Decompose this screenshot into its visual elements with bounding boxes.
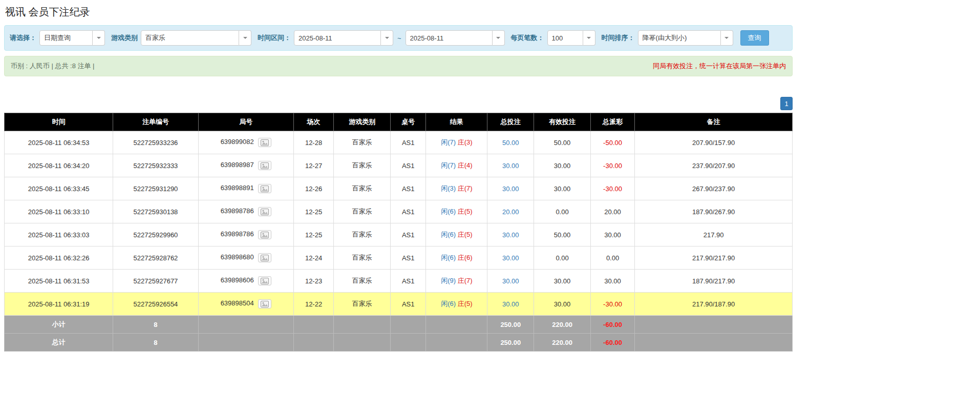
table-row: 2025-08-11 06:33:45522725931290639898891… — [5, 177, 793, 200]
date-to-select — [406, 30, 505, 46]
date-to-input[interactable] — [406, 30, 493, 46]
result-cell: 闲(3) 庄(7) — [426, 177, 487, 200]
bet-id-cell: 522725932333 — [113, 154, 198, 177]
round-detail-icon[interactable] — [258, 253, 271, 262]
bet-id-cell: 522725930138 — [113, 200, 198, 223]
total-bet-link[interactable]: 30.00 — [502, 254, 519, 262]
round-cell: 639898504 — [198, 293, 293, 316]
result-player: 闲(3) — [441, 184, 456, 192]
result-player: 闲(9) — [441, 277, 456, 284]
page-size-input[interactable] — [547, 30, 583, 46]
round-detail-icon[interactable] — [258, 230, 271, 239]
table-header: 时间注单编号局号场次游戏类别桌号结果总投注有效投注总派彩备注 — [5, 113, 793, 131]
date-from-input[interactable] — [294, 30, 381, 46]
footer-valid-bet-cell: 220.00 — [534, 334, 591, 352]
valid-bet-cell: 30.00 — [534, 270, 591, 293]
total-bet-link[interactable]: 30.00 — [502, 162, 519, 170]
footer-remark-cell — [635, 316, 793, 334]
game-type-cell: 百家乐 — [334, 246, 391, 270]
table-no-cell: AS1 — [391, 223, 426, 246]
time-cell: 2025-08-11 06:34:53 — [5, 131, 113, 154]
table-row: 2025-08-11 06:34:53522725933236639899082… — [5, 131, 793, 154]
remark-cell: 217.90/217.90 — [635, 246, 793, 270]
col-header-payout: 总派彩 — [590, 113, 634, 131]
sort-dropdown-button[interactable] — [721, 30, 733, 46]
page-button-1[interactable]: 1 — [780, 97, 793, 110]
round-detail-icon[interactable] — [258, 207, 271, 216]
valid-bet-cell: 30.00 — [534, 177, 591, 200]
table-no-cell: AS1 — [391, 177, 426, 200]
chevron-down-icon — [587, 37, 591, 39]
round-cell: 639898786 — [198, 200, 293, 223]
total-bet-cell: 30.00 — [487, 293, 534, 316]
total-bet-link[interactable]: 30.00 — [502, 185, 519, 193]
round-id: 639898504 — [221, 299, 254, 307]
date-to-dropdown-button[interactable] — [493, 30, 505, 46]
table-row: 2025-08-11 06:34:20522725932333639898987… — [5, 154, 793, 177]
sort-input[interactable] — [638, 30, 721, 46]
footer-remark-cell — [635, 334, 793, 352]
round-detail-icon[interactable] — [258, 184, 271, 193]
col-header-total-bet: 总投注 — [487, 113, 534, 131]
result-banker: 庄(6) — [458, 254, 473, 261]
game-type-dropdown-button[interactable] — [239, 30, 251, 46]
total-bet-link[interactable]: 30.00 — [502, 231, 519, 239]
footer-total-bet-cell: 250.00 — [487, 316, 534, 334]
valid-bet-cell: 30.00 — [534, 293, 591, 316]
search-button[interactable]: 查询 — [740, 30, 769, 46]
footer-empty-cell — [198, 334, 293, 352]
game-type-input[interactable] — [141, 30, 239, 46]
total-bet-link[interactable]: 30.00 — [502, 277, 519, 285]
table-no-cell: AS1 — [391, 200, 426, 223]
query-type-dropdown-button[interactable] — [93, 30, 105, 46]
result-cell: 闲(6) 庄(5) — [426, 223, 487, 246]
footer-label-cell: 小计 — [5, 316, 113, 334]
valid-bet-cell: 50.00 — [534, 223, 591, 246]
footer-empty-cell — [426, 316, 487, 334]
result-player: 闲(7) — [441, 138, 456, 146]
sort-label: 时间排序： — [602, 33, 635, 43]
time-cell: 2025-08-11 06:33:03 — [5, 223, 113, 246]
round-cell: 639898786 — [198, 223, 293, 246]
date-from-dropdown-button[interactable] — [381, 30, 393, 46]
result-cell: 闲(6) 庄(6) — [426, 246, 487, 270]
payout-cell: -30.00 — [590, 154, 634, 177]
total-bet-link[interactable]: 20.00 — [502, 208, 519, 216]
page-size-select — [547, 30, 595, 46]
chevron-down-icon — [385, 37, 389, 39]
table-row: 2025-08-11 06:31:53522725927677639898606… — [5, 270, 793, 293]
result-player: 闲(6) — [441, 300, 456, 307]
footer-count-cell: 8 — [113, 334, 198, 352]
payout-cell: 0.00 — [590, 246, 634, 270]
footer-empty-cell — [334, 316, 391, 334]
session-cell: 12-27 — [293, 154, 333, 177]
round-detail-icon[interactable] — [258, 138, 271, 147]
footer-empty-cell — [391, 334, 426, 352]
page-size-dropdown-button[interactable] — [583, 30, 595, 46]
round-detail-icon[interactable] — [258, 161, 271, 170]
chevron-down-icon — [243, 37, 247, 39]
currency-summary: 币别 : 人民币 | 总共 :8 注单 | — [11, 61, 95, 71]
footer-count-cell: 8 — [113, 316, 198, 334]
footer-payout-cell: -60.00 — [590, 334, 634, 352]
round-cell: 639898606 — [198, 270, 293, 293]
session-cell: 12-25 — [293, 200, 333, 223]
query-type-input[interactable] — [39, 30, 93, 46]
payout-cell: 30.00 — [590, 270, 634, 293]
round-cell: 639898680 — [198, 246, 293, 270]
round-detail-icon[interactable] — [258, 299, 271, 308]
col-header-valid-bet: 有效投注 — [534, 113, 591, 131]
result-player: 闲(6) — [441, 208, 456, 215]
col-header-time: 时间 — [5, 113, 113, 131]
time-cell: 2025-08-11 06:32:26 — [5, 246, 113, 270]
range-separator: ~ — [397, 34, 401, 42]
result-banker: 庄(5) — [458, 208, 473, 215]
time-cell: 2025-08-11 06:33:10 — [5, 200, 113, 223]
result-player: 闲(7) — [441, 161, 456, 169]
total-bet-link[interactable]: 50.00 — [502, 139, 519, 147]
table-no-cell: AS1 — [391, 131, 426, 154]
result-banker: 庄(3) — [458, 138, 473, 146]
total-bet-link[interactable]: 30.00 — [502, 300, 519, 308]
result-banker: 庄(5) — [458, 300, 473, 307]
round-detail-icon[interactable] — [258, 276, 271, 285]
